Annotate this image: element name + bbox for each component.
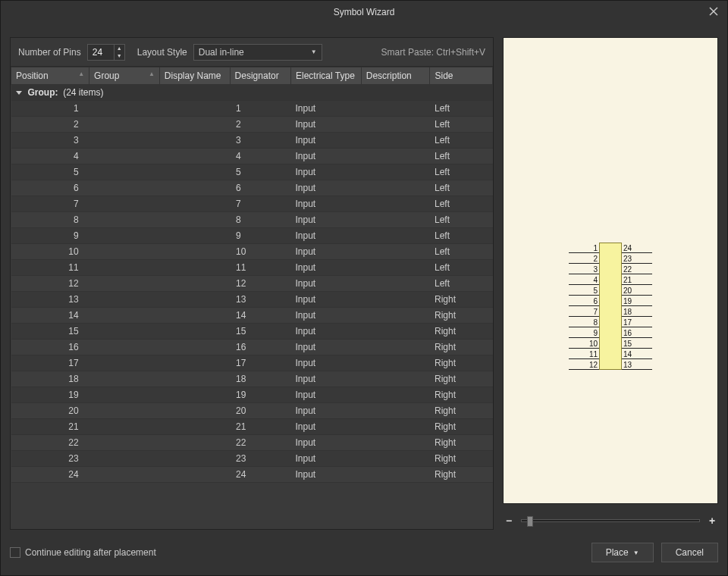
cell-position[interactable]: 18 [11,371,89,387]
cell-display-name[interactable] [159,164,230,180]
cell-display-name[interactable] [159,117,230,133]
col-position[interactable]: Position▲ [11,67,89,85]
table-row[interactable]: 77InputLeft [11,196,493,212]
cell-position[interactable]: 24 [11,467,89,483]
cell-description[interactable] [361,467,430,483]
cell-display-name[interactable] [159,467,230,483]
cell-designator[interactable]: 10 [230,244,290,260]
place-button[interactable]: Place ▼ [592,543,654,562]
cell-electrical[interactable]: Input [291,101,362,117]
cell-group[interactable] [89,324,160,340]
cell-side[interactable]: Right [430,340,493,355]
cell-display-name[interactable] [159,133,230,149]
cell-designator[interactable]: 7 [230,196,290,212]
cell-position[interactable]: 1 [11,101,89,117]
col-side[interactable]: Side [430,67,493,85]
table-row[interactable]: 11InputLeft [11,101,493,117]
cell-position[interactable]: 23 [11,451,89,467]
cell-designator[interactable]: 20 [230,403,290,419]
cell-designator[interactable]: 5 [230,164,290,180]
table-row[interactable]: 1818InputRight [11,371,493,387]
spinner-down-icon[interactable]: ▼ [115,52,124,60]
cell-designator[interactable]: 24 [230,467,290,483]
table-row[interactable]: 2323InputRight [11,451,493,467]
cell-description[interactable] [361,244,430,260]
cell-electrical[interactable]: Input [291,340,362,355]
cell-description[interactable] [361,101,430,117]
cell-description[interactable] [361,196,430,212]
cell-side[interactable]: Left [430,133,493,149]
cell-side[interactable]: Left [430,228,493,244]
cell-description[interactable] [361,419,430,435]
cell-display-name[interactable] [159,196,230,212]
cell-description[interactable] [361,133,430,149]
table-row[interactable]: 66InputLeft [11,180,493,196]
zoom-slider[interactable] [521,519,700,522]
cell-side[interactable]: Right [430,292,493,308]
cell-side[interactable]: Left [430,117,493,133]
cell-position[interactable]: 11 [11,260,89,276]
cell-group[interactable] [89,435,160,451]
cell-group[interactable] [89,387,160,403]
cell-display-name[interactable] [159,149,230,164]
cell-electrical[interactable]: Input [291,149,362,164]
cell-description[interactable] [361,355,430,371]
cell-designator[interactable]: 21 [230,419,290,435]
cell-description[interactable] [361,371,430,387]
cell-electrical[interactable]: Input [291,228,362,244]
cell-display-name[interactable] [159,276,230,292]
table-row[interactable]: 88InputLeft [11,212,493,228]
cell-group[interactable] [89,260,160,276]
cell-side[interactable]: Right [430,355,493,371]
cell-position[interactable]: 16 [11,340,89,355]
cell-designator[interactable]: 12 [230,276,290,292]
cell-designator[interactable]: 6 [230,180,290,196]
cell-position[interactable]: 8 [11,212,89,228]
cell-display-name[interactable] [159,308,230,324]
zoom-slider-thumb[interactable] [527,516,533,527]
cell-display-name[interactable] [159,324,230,340]
cell-electrical[interactable]: Input [291,180,362,196]
table-row[interactable]: 1616InputRight [11,340,493,355]
col-group[interactable]: Group▲ [89,67,160,85]
cell-group[interactable] [89,101,160,117]
cell-electrical[interactable]: Input [291,435,362,451]
cell-side[interactable]: Left [430,212,493,228]
cell-designator[interactable]: 18 [230,371,290,387]
cell-electrical[interactable]: Input [291,244,362,260]
pins-table-container[interactable]: Position▲ Group▲ Display Name Designator… [11,67,493,529]
num-pins-input[interactable] [88,45,114,59]
cell-position[interactable]: 22 [11,435,89,451]
zoom-out-button[interactable]: − [503,515,515,527]
cell-designator[interactable]: 15 [230,324,290,340]
cell-side[interactable]: Right [430,467,493,483]
table-row[interactable]: 2424InputRight [11,467,493,483]
cell-display-name[interactable] [159,292,230,308]
col-display-name[interactable]: Display Name [159,67,230,85]
table-row[interactable]: 55InputLeft [11,164,493,180]
cell-position[interactable]: 9 [11,228,89,244]
cell-group[interactable] [89,419,160,435]
col-designator[interactable]: Designator [230,67,290,85]
cell-display-name[interactable] [159,451,230,467]
cell-designator[interactable]: 1 [230,101,290,117]
cell-description[interactable] [361,340,430,355]
cell-designator[interactable]: 19 [230,387,290,403]
zoom-in-button[interactable]: + [706,515,718,527]
cell-side[interactable]: Left [430,164,493,180]
cell-side[interactable]: Right [430,387,493,403]
cell-electrical[interactable]: Input [291,451,362,467]
cell-display-name[interactable] [159,228,230,244]
cell-position[interactable]: 7 [11,196,89,212]
cell-display-name[interactable] [159,387,230,403]
cell-designator[interactable]: 11 [230,260,290,276]
cell-description[interactable] [361,276,430,292]
table-row[interactable]: 22InputLeft [11,117,493,133]
cell-designator[interactable]: 3 [230,133,290,149]
cell-position[interactable]: 5 [11,164,89,180]
cell-group[interactable] [89,228,160,244]
cell-designator[interactable]: 14 [230,308,290,324]
table-row[interactable]: 44InputLeft [11,149,493,164]
cell-group[interactable] [89,244,160,260]
num-pins-spinner[interactable]: ▲ ▼ [87,44,125,61]
